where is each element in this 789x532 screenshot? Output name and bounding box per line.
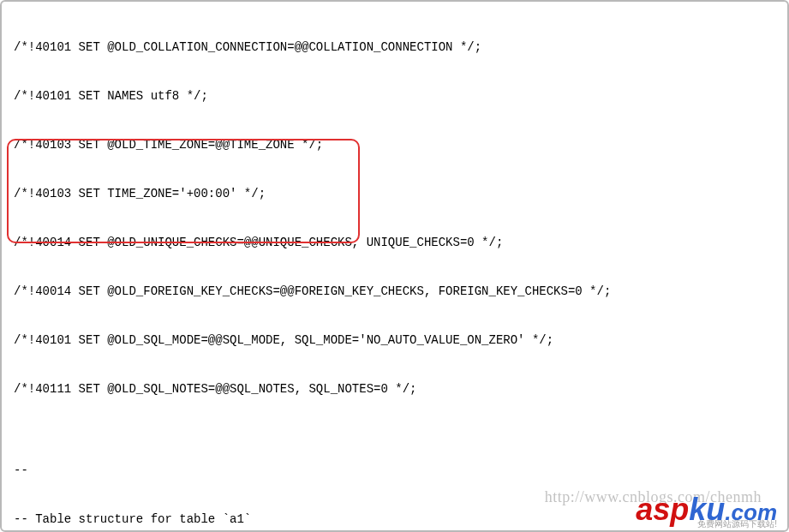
- code-line: /*!40103 SET TIME_ZONE='+00:00' */;: [14, 186, 780, 202]
- code-line: /*!40014 SET @OLD_UNIQUE_CHECKS=@@UNIQUE…: [14, 235, 780, 251]
- code-line: /*!40111 SET @OLD_SQL_NOTES=@@SQL_NOTES,…: [14, 381, 780, 398]
- code-line: /*!40101 SET @OLD_SQL_MODE=@@SQL_MODE, S…: [14, 332, 780, 349]
- code-line: /*!40103 SET @OLD_TIME_ZONE=@@TIME_ZONE …: [14, 137, 780, 153]
- code-line: /*!40101 SET NAMES utf8 */;: [14, 88, 780, 105]
- code-line: --: [14, 463, 780, 479]
- code-line: -- Table structure for table `a1`: [14, 511, 780, 528]
- code-line: /*!40014 SET @OLD_FOREIGN_KEY_CHECKS=@@F…: [14, 284, 780, 300]
- sql-code-block: /*!40101 SET @OLD_COLLATION_CONNECTION=@…: [2, 2, 787, 532]
- code-line: /*!40101 SET @OLD_COLLATION_CONNECTION=@…: [14, 39, 780, 56]
